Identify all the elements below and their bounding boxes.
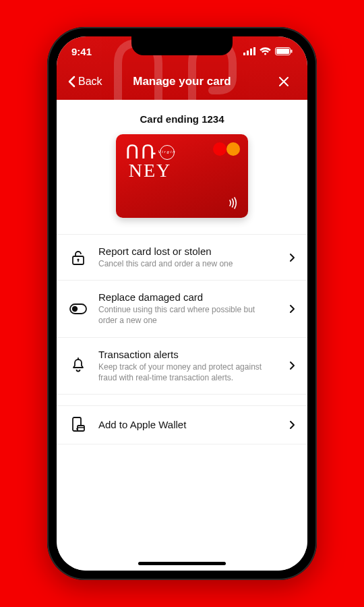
action-label: Replace damaged card	[98, 291, 278, 303]
svg-rect-0	[243, 53, 245, 55]
card-image: ՈՌ Virgin NEY	[116, 134, 248, 218]
home-indicator[interactable]	[138, 562, 226, 565]
svg-rect-2	[250, 49, 252, 55]
action-label: Report card lost or stolen	[98, 245, 278, 257]
svg-rect-15	[78, 426, 84, 431]
action-apple-wallet[interactable]: Add to Apple Wallet	[57, 405, 307, 444]
card-section: Card ending 1234 ՈՌ Virgin NEY	[57, 100, 307, 235]
battery-icon	[275, 47, 293, 55]
card-brand-logo: ՈՌ Virgin NEY	[125, 144, 175, 179]
chevron-right-icon	[289, 420, 295, 430]
status-time: 9:41	[71, 46, 92, 57]
contactless-icon	[228, 196, 240, 210]
back-button[interactable]: Back	[67, 76, 102, 88]
action-sub: Cancel this card and order a new one	[98, 258, 274, 269]
close-button[interactable]	[278, 76, 297, 88]
cellular-icon	[243, 47, 255, 55]
svg-rect-9	[78, 260, 78, 262]
mastercard-icon	[219, 142, 240, 156]
action-transaction-alerts[interactable]: Transaction alerts Keep track of your mo…	[57, 338, 307, 395]
phone-frame: 9:41	[47, 27, 317, 580]
back-label: Back	[78, 76, 102, 88]
svg-point-11	[72, 306, 78, 312]
chevron-right-icon	[289, 253, 295, 262]
lock-icon	[71, 250, 86, 266]
svg-rect-3	[253, 47, 255, 55]
chevron-right-icon	[289, 304, 295, 314]
close-icon	[278, 76, 290, 88]
nav-bar: Back Manage your card	[57, 66, 307, 100]
content: Card ending 1234 ՈՌ Virgin NEY	[57, 100, 307, 571]
card-title: Card ending 1234	[57, 113, 307, 125]
wifi-icon	[260, 47, 271, 55]
notch	[131, 36, 233, 55]
screen: 9:41	[57, 36, 307, 571]
actions-list: Report card lost or stolen Cancel this c…	[57, 235, 307, 444]
svg-rect-1	[247, 51, 249, 55]
virgin-badge-icon: Virgin	[160, 145, 175, 160]
bell-icon	[71, 357, 86, 374]
chevron-right-icon	[289, 361, 295, 370]
action-replace-card[interactable]: Replace damaged card Continue using this…	[57, 281, 307, 337]
action-label: Add to Apple Wallet	[98, 419, 278, 430]
chevron-left-icon	[67, 76, 75, 88]
action-label: Transaction alerts	[98, 349, 278, 360]
status-icons	[243, 47, 293, 55]
list-gap	[57, 395, 307, 401]
svg-rect-5	[276, 49, 289, 54]
card-toggle-icon	[69, 304, 87, 314]
page-title: Manage your card	[133, 75, 231, 88]
action-sub: Keep track of your money and protect aga…	[98, 362, 274, 383]
svg-rect-6	[291, 50, 293, 53]
stage: 9:41	[0, 0, 364, 607]
action-lost-stolen[interactable]: Report card lost or stolen Cancel this c…	[57, 235, 307, 281]
phone-card-icon	[71, 417, 86, 433]
action-sub: Continue using this card where possible …	[98, 304, 274, 326]
